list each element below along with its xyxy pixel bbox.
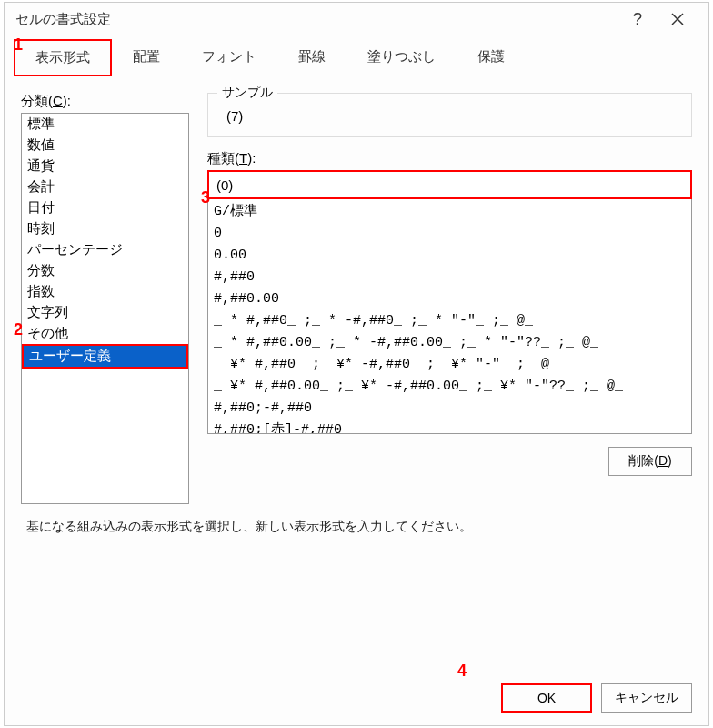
- callout-1: 1: [14, 35, 23, 55]
- category-item[interactable]: 通貨: [22, 156, 188, 177]
- type-label: 種類(T):: [207, 150, 692, 167]
- category-item[interactable]: 時刻: [22, 218, 188, 239]
- tab-font[interactable]: フォント: [181, 39, 277, 76]
- callout-4: 4: [457, 662, 467, 681]
- type-format-item[interactable]: #,##0: [214, 267, 686, 288]
- title-bar: セルの書式設定 ?: [5, 3, 708, 35]
- type-format-item[interactable]: #,##0;[赤]-#,##0: [214, 420, 686, 434]
- category-item[interactable]: ユーザー定義: [22, 344, 188, 369]
- ok-button[interactable]: OK: [501, 683, 592, 713]
- category-item[interactable]: 指数: [22, 281, 188, 302]
- type-format-item[interactable]: _ * #,##0_ ;_ * -#,##0_ ;_ * "-"_ ;_ @_: [214, 310, 686, 332]
- close-icon: [671, 13, 684, 25]
- category-item[interactable]: 文字列: [22, 302, 188, 323]
- type-format-list[interactable]: G/標準00.00#,##0#,##0.00_ * #,##0_ ;_ * -#…: [207, 199, 692, 434]
- format-cells-dialog: セルの書式設定 ? 1 2 3 4 表示形式 配置 フォント 罫線 塗りつぶし …: [4, 2, 709, 726]
- category-item[interactable]: 標準: [22, 114, 188, 135]
- close-button[interactable]: [658, 5, 698, 33]
- category-label: 分類(C):: [21, 93, 189, 110]
- hint-text: 基になる組み込みの表示形式を選択し、新しい表示形式を入力してください。: [5, 504, 708, 535]
- category-item[interactable]: 日付: [22, 197, 188, 218]
- type-format-item[interactable]: #,##0;-#,##0: [214, 398, 686, 420]
- type-format-item[interactable]: 0.00: [214, 245, 686, 267]
- delete-button[interactable]: 削除(D): [608, 447, 692, 476]
- category-list[interactable]: 標準数値通貨会計日付時刻パーセンテージ分数指数文字列その他ユーザー定義: [21, 113, 189, 504]
- help-icon: ?: [633, 10, 642, 29]
- tab-number[interactable]: 表示形式: [14, 39, 112, 76]
- tab-border[interactable]: 罫線: [277, 39, 346, 76]
- type-format-item[interactable]: _ * #,##0.00_ ;_ * -#,##0.00_ ;_ * "-"??…: [214, 332, 686, 354]
- type-format-item[interactable]: G/標準: [214, 201, 686, 223]
- dialog-title: セルの書式設定: [15, 11, 111, 28]
- type-format-item[interactable]: #,##0.00: [214, 288, 686, 310]
- type-input[interactable]: [207, 170, 692, 199]
- tab-strip: 表示形式 配置 フォント 罫線 塗りつぶし 保護: [14, 39, 699, 76]
- sample-value: (7): [221, 103, 678, 124]
- category-item[interactable]: 分数: [22, 260, 188, 281]
- callout-2: 2: [14, 320, 23, 339]
- sample-label: サンプル: [217, 85, 277, 101]
- tab-protection[interactable]: 保護: [457, 39, 526, 76]
- help-button[interactable]: ?: [618, 5, 658, 33]
- tab-fill[interactable]: 塗りつぶし: [346, 39, 457, 76]
- cancel-button[interactable]: キャンセル: [601, 683, 692, 713]
- sample-group: サンプル (7): [207, 93, 692, 137]
- type-format-item[interactable]: _ ¥* #,##0.00_ ;_ ¥* -#,##0.00_ ;_ ¥* "-…: [214, 376, 686, 398]
- type-format-item[interactable]: _ ¥* #,##0_ ;_ ¥* -#,##0_ ;_ ¥* "-"_ ;_ …: [214, 354, 686, 376]
- tab-alignment[interactable]: 配置: [112, 39, 181, 76]
- type-format-item[interactable]: 0: [214, 223, 686, 245]
- category-item[interactable]: その他: [22, 323, 188, 344]
- category-item[interactable]: パーセンテージ: [22, 239, 188, 260]
- dialog-footer: OK キャンセル: [501, 683, 692, 713]
- category-item[interactable]: 会計: [22, 177, 188, 197]
- callout-3: 3: [201, 188, 210, 207]
- category-item[interactable]: 数値: [22, 135, 188, 156]
